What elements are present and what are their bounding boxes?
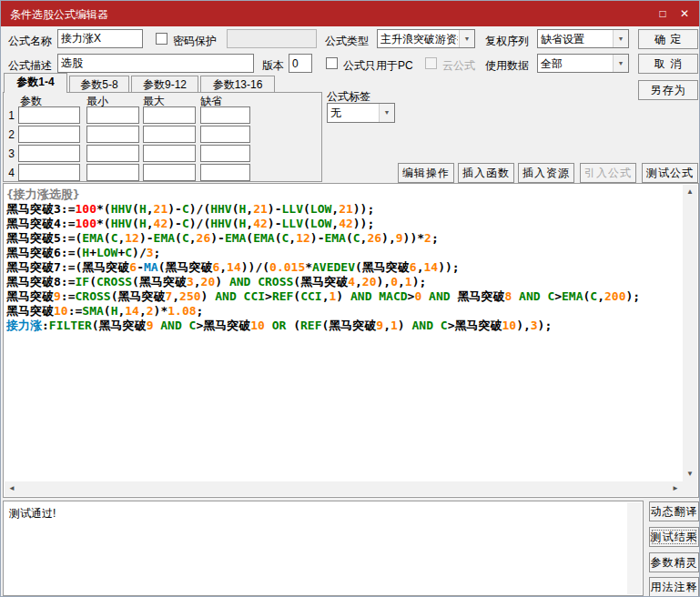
code-line: 黑马突破5:=(EMA(C,12)-EMA(C,26)-EMA(EMA(C,12… bbox=[6, 231, 682, 246]
param-input[interactable] bbox=[143, 106, 196, 124]
tab-params-1-4[interactable]: 参数1-4 bbox=[4, 73, 67, 93]
params-panel: 参数 最小 最大 缺省 1234 bbox=[3, 92, 322, 182]
maximize-icon: □ bbox=[659, 7, 665, 20]
param-input[interactable] bbox=[18, 106, 80, 124]
param-input[interactable] bbox=[18, 126, 80, 143]
code-line: {接力涨选股} bbox=[6, 187, 682, 202]
import-formula-button: 引入公式 bbox=[580, 163, 636, 183]
param-input[interactable] bbox=[18, 164, 80, 181]
pc-only-checkbox[interactable] bbox=[326, 57, 338, 69]
password-input bbox=[227, 29, 317, 48]
scroll-right-icon[interactable]: ► bbox=[668, 481, 683, 496]
param-input[interactable] bbox=[18, 145, 80, 162]
code-line: 黑马突破8:=IF(CROSS(黑马突破3,20) AND CROSS(黑马突破… bbox=[6, 275, 682, 289]
chevron-down-icon[interactable]: ▼ bbox=[613, 55, 628, 72]
cloud-formula-checkbox bbox=[425, 57, 437, 69]
data-usage-select[interactable]: 全部 ▼ bbox=[537, 54, 629, 73]
formula-editor-window: 条件选股公式编辑器 □ ✕ 公式名称 密码保护 公式类型 主升浪突破游资接 ▼ … bbox=[0, 0, 700, 597]
param-input[interactable] bbox=[86, 164, 139, 181]
pc-only-label: 公式只用于PC bbox=[343, 58, 413, 74]
version-label: 版本 bbox=[262, 58, 284, 74]
param-input[interactable] bbox=[143, 145, 196, 162]
test-output[interactable]: 测试通过! bbox=[3, 501, 644, 596]
maximize-button[interactable]: □ bbox=[652, 1, 674, 26]
formula-type-label: 公式类型 bbox=[325, 34, 369, 49]
tab-params-5-8[interactable]: 参数5-8 bbox=[69, 76, 129, 93]
code-editor-box: {接力涨选股}黑马突破3:=100*(HHV(H,21)-C)/(HHV(H,2… bbox=[3, 183, 699, 498]
scrollbar-corner bbox=[683, 481, 697, 496]
formula-name-label: 公式名称 bbox=[8, 34, 52, 49]
horizontal-scrollbar[interactable]: ◄ ► bbox=[5, 481, 683, 496]
adjust-series-select[interactable]: 缺省设置 ▼ bbox=[537, 29, 629, 48]
code-line: 黑马突破7:=(黑马突破6-MA(黑马突破6,14))/(0.015*AVEDE… bbox=[6, 260, 682, 275]
param-input[interactable] bbox=[200, 126, 250, 143]
close-button[interactable]: ✕ bbox=[674, 1, 695, 26]
insert-resource-button[interactable]: 插入资源 bbox=[518, 163, 574, 183]
cancel-button[interactable]: 取 消 bbox=[638, 54, 698, 74]
test-formula-button[interactable]: 测试公式 bbox=[642, 163, 698, 183]
tab-params-13-16[interactable]: 参数13-16 bbox=[200, 76, 275, 93]
save-as-button[interactable]: 另存为 bbox=[638, 80, 698, 100]
code-line: 黑马突破9:=CROSS(黑马突破7,250) AND CCI>REF(CCI,… bbox=[6, 289, 682, 304]
password-checkbox[interactable] bbox=[156, 33, 167, 45]
cloud-formula-label: 云公式 bbox=[442, 58, 475, 74]
param-input[interactable] bbox=[200, 106, 250, 124]
ok-button[interactable]: 确 定 bbox=[638, 29, 698, 49]
formula-name-input[interactable] bbox=[57, 29, 143, 48]
code-editor[interactable]: {接力涨选股}黑马突破3:=100*(HHV(H,21)-C)/(HHV(H,2… bbox=[6, 187, 682, 481]
data-usage-label: 使用数据 bbox=[485, 58, 529, 74]
code-line: 黑马突破6:=(H+LOW+C)/3; bbox=[6, 246, 682, 260]
version-input[interactable] bbox=[289, 54, 312, 73]
param-row-number: 1 bbox=[5, 109, 15, 122]
code-line: 黑马突破10:=SMA(H,14,2)*1.08; bbox=[6, 304, 682, 319]
param-wizard-button[interactable]: 参数精灵 bbox=[649, 552, 699, 572]
scroll-left-icon[interactable]: ◄ bbox=[5, 481, 19, 496]
edit-ops-button[interactable]: 编辑操作 bbox=[398, 163, 454, 183]
param-input[interactable] bbox=[143, 164, 196, 181]
formula-type-select[interactable]: 主升浪突破游资接 ▼ bbox=[377, 29, 475, 48]
chevron-down-icon[interactable]: ▼ bbox=[613, 30, 628, 47]
password-label: 密码保护 bbox=[173, 34, 217, 49]
param-input[interactable] bbox=[86, 145, 139, 162]
tab-params-9-12[interactable]: 参数9-12 bbox=[131, 76, 198, 93]
test-result-button[interactable]: 测试结果 bbox=[649, 527, 699, 547]
output-scrollbar[interactable] bbox=[627, 502, 642, 594]
param-row-number: 4 bbox=[5, 167, 15, 179]
test-output-text: 测试通过! bbox=[9, 506, 56, 521]
vertical-scrollbar[interactable]: ▲ ▼ bbox=[683, 185, 697, 481]
scroll-up-icon[interactable]: ▲ bbox=[683, 185, 697, 199]
window-title: 条件选股公式编辑器 bbox=[10, 7, 108, 23]
param-row-number: 3 bbox=[5, 147, 15, 160]
titlebar[interactable]: 条件选股公式编辑器 □ ✕ bbox=[1, 1, 699, 26]
chevron-down-icon[interactable]: ▼ bbox=[379, 104, 394, 122]
close-icon: ✕ bbox=[680, 7, 689, 20]
param-input[interactable] bbox=[143, 126, 196, 143]
param-row-number: 2 bbox=[5, 128, 15, 141]
param-input[interactable] bbox=[200, 164, 250, 181]
param-input[interactable] bbox=[86, 126, 139, 143]
dynamic-translate-button[interactable]: 动态翻译 bbox=[649, 501, 699, 521]
param-input[interactable] bbox=[86, 106, 139, 124]
formula-desc-label: 公式描述 bbox=[8, 58, 52, 74]
param-input[interactable] bbox=[200, 145, 250, 162]
adjust-series-label: 复权序列 bbox=[485, 34, 529, 49]
chevron-down-icon[interactable]: ▼ bbox=[459, 30, 474, 47]
code-line: 黑马突破3:=100*(HHV(H,21)-C)/(HHV(H,21)-LLV(… bbox=[6, 202, 682, 217]
insert-function-button[interactable]: 插入函数 bbox=[458, 163, 514, 183]
formula-desc-input[interactable] bbox=[57, 54, 254, 73]
scroll-down-icon[interactable]: ▼ bbox=[683, 467, 697, 481]
formula-tag-select[interactable]: 无 ▼ bbox=[327, 103, 395, 123]
usage-notes-button[interactable]: 用法注释 bbox=[649, 577, 699, 597]
code-line: 黑马突破4:=100*(HHV(H,42)-C)/(HHV(H,42)-LLV(… bbox=[6, 217, 682, 231]
code-line: 接力涨:FILTER(黑马突破9 AND C>黑马突破10 OR (REF(黑马… bbox=[6, 319, 682, 333]
